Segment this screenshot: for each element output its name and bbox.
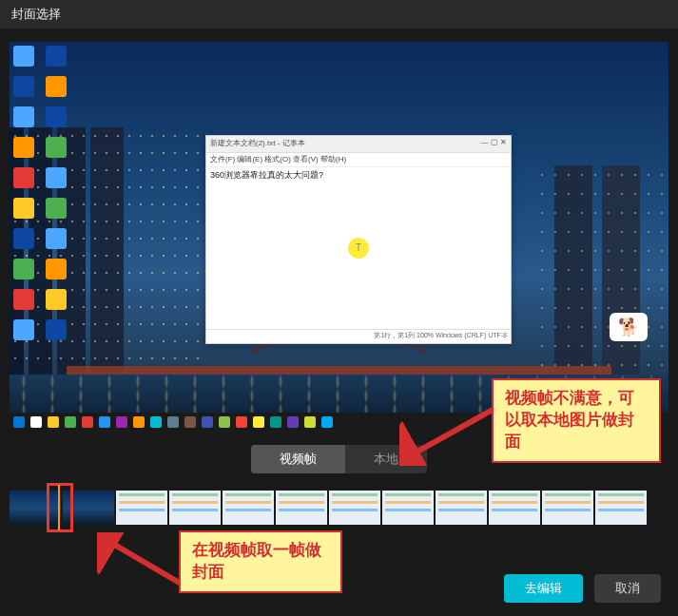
taskbar-icon <box>219 416 230 428</box>
taskbar-icon <box>150 416 162 428</box>
frame-playhead[interactable] <box>58 485 60 530</box>
desktop-icon <box>13 137 34 158</box>
desktop-icon <box>46 289 67 310</box>
desktop-icon <box>13 167 34 188</box>
frame-thumb[interactable] <box>116 491 167 525</box>
desktop-icon <box>46 228 67 249</box>
dialog-header: 封面选择 <box>0 0 678 29</box>
notepad-menu: 文件(F) 编辑(E) 格式(O) 查看(V) 帮助(H) <box>206 153 511 167</box>
arrow-icon <box>399 399 504 466</box>
desktop-icon <box>46 137 67 158</box>
tab-video-frame[interactable]: 视频帧 <box>251 445 345 473</box>
notepad-content: 360浏览器靠拉真的太大问题? <box>206 167 511 183</box>
desktop-icon <box>46 198 67 219</box>
taskbar-icon <box>304 416 316 428</box>
desktop-icon <box>13 76 34 97</box>
taskbar-icon <box>321 416 333 428</box>
taskbar-icon <box>48 416 59 428</box>
desktop-icon <box>46 46 67 67</box>
desktop-icon <box>46 167 67 188</box>
svg-line-0 <box>409 409 494 456</box>
desktop-icon <box>13 228 34 249</box>
taskbar-icon <box>287 416 299 428</box>
desktop-icon <box>13 259 34 279</box>
notepad-window-controls: — ▢ ✕ <box>481 138 507 150</box>
desktop-icon <box>46 319 67 340</box>
annotation-frame-tip: 在视频帧取一帧做封面 <box>179 530 342 593</box>
taskbar-icon <box>116 416 127 428</box>
arrow-icon <box>97 532 192 599</box>
frame-thumb[interactable] <box>223 491 274 525</box>
frame-thumb[interactable] <box>436 491 487 525</box>
desktop-icon <box>46 106 67 127</box>
cancel-button[interactable]: 取消 <box>594 574 661 603</box>
frame-thumb[interactable] <box>489 491 540 525</box>
dialog-title: 封面选择 <box>11 7 61 21</box>
frame-thumb[interactable] <box>10 491 61 525</box>
frame-filmstrip[interactable] <box>10 491 668 525</box>
taskbar-icon <box>30 416 42 428</box>
desktop-icon <box>13 46 34 67</box>
taskbar-icon <box>236 416 247 428</box>
edit-button[interactable]: 去编辑 <box>504 574 583 603</box>
desktop-icon <box>13 106 34 127</box>
desktop-icon <box>13 319 34 340</box>
desktop-icon <box>46 76 67 97</box>
frame-thumb[interactable] <box>169 491 221 525</box>
taskbar-icon <box>65 416 76 428</box>
desktop-icon <box>13 289 34 310</box>
svg-line-1 <box>107 540 183 585</box>
notepad-body: 360浏览器靠拉真的太大问题? T <box>206 167 511 329</box>
taskbar-icon <box>99 416 110 428</box>
frame-thumb[interactable] <box>63 491 114 525</box>
taskbar-icon <box>253 416 264 428</box>
frame-thumb[interactable] <box>382 491 434 525</box>
frame-thumb[interactable] <box>595 491 647 525</box>
taskbar-icon <box>202 416 213 428</box>
marker-dot-icon: T <box>348 238 369 259</box>
taskbar-icon <box>270 416 281 428</box>
cover-preview: 🐕 新建文本文档(2).txt - 记事本 — ▢ ✕ 文件(F) 编辑(E) … <box>10 42 668 432</box>
notepad-title: 新建文本文档(2).txt - 记事本 <box>210 138 305 150</box>
footer-buttons: 去编辑 取消 <box>504 574 661 603</box>
annotation-local-tip: 视频帧不满意，可以取本地图片做封面 <box>492 378 661 463</box>
notepad-titlebar: 新建文本文档(2).txt - 记事本 — ▢ ✕ <box>206 136 511 153</box>
desktop-icon <box>46 259 67 279</box>
taskbar-icon <box>13 416 25 428</box>
taskbar-icon <box>184 416 196 428</box>
taskbar-icon <box>82 416 93 428</box>
sticker-icon: 🐕 <box>610 313 648 341</box>
desktop-icon <box>13 198 34 219</box>
desktop-icons-grid <box>13 46 72 340</box>
frame-thumb[interactable] <box>329 491 380 525</box>
notepad-window: 新建文本文档(2).txt - 记事本 — ▢ ✕ 文件(F) 编辑(E) 格式… <box>205 135 512 344</box>
notepad-statusbar: 第1行，第1列 100% Windows (CRLF) UTF-8 <box>206 329 511 343</box>
taskbar-icon <box>133 416 145 428</box>
frame-thumb[interactable] <box>276 491 327 525</box>
taskbar-icon <box>167 416 179 428</box>
frame-thumb[interactable] <box>542 491 593 525</box>
